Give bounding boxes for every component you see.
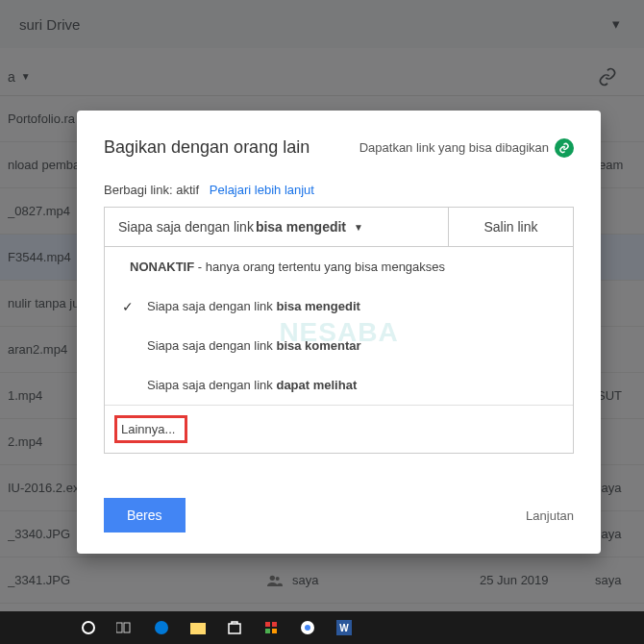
svg-rect-10 [190, 623, 206, 634]
taskbar-explorer-icon[interactable] [188, 618, 208, 637]
taskbar-icon[interactable] [42, 618, 62, 637]
svg-rect-14 [265, 629, 270, 633]
svg-rect-12 [265, 622, 270, 627]
permission-select[interactable]: Siapa saja dengan link bisa mengedit ▼ [105, 208, 448, 246]
taskbar-chrome-icon[interactable] [298, 618, 317, 637]
opt1-prefix: Siapa saja dengan link [147, 299, 276, 313]
triangle-down-icon: ▼ [354, 222, 363, 233]
taskbar-taskview-icon[interactable] [115, 618, 135, 637]
svg-point-9 [155, 621, 168, 634]
off-rest: - hanya orang tertentu yang bisa mengaks… [194, 260, 445, 274]
off-bold: NONAKTIF [130, 260, 194, 274]
opt3-prefix: Siapa saja dengan link [147, 378, 276, 392]
share-status-label: Berbagi link: aktif [104, 183, 199, 197]
dialog-title: Bagikan dengan orang lain [104, 137, 310, 158]
svg-text:W: W [339, 623, 349, 633]
perm-prefix: Siapa saja dengan link [118, 219, 254, 235]
taskbar-store-icon[interactable] [225, 618, 244, 637]
check-icon: ✓ [122, 299, 134, 314]
copy-link-button[interactable]: Salin link [448, 208, 573, 246]
dropdown-option-edit[interactable]: ✓ Siapa saja dengan link bisa mengedit [105, 286, 573, 326]
opt1-bold: bisa mengedit [276, 299, 359, 313]
done-button[interactable]: Beres [104, 498, 186, 533]
advanced-link[interactable]: Lanjutan [526, 508, 574, 523]
link-icon [555, 138, 574, 158]
taskbar: W [0, 611, 644, 644]
taskbar-word-icon[interactable]: W [334, 618, 354, 637]
opt2-bold: bisa komentar [276, 338, 360, 353]
dropdown-option-view[interactable]: Siapa saja dengan link dapat melihat [105, 365, 573, 405]
learn-more-link[interactable]: Pelajari lebih lanjut [210, 183, 314, 197]
svg-rect-11 [229, 624, 240, 633]
svg-rect-13 [272, 622, 277, 627]
taskbar-edge-icon[interactable] [152, 618, 171, 637]
more-highlight: Lainnya... [114, 415, 187, 443]
permission-bar: Siapa saja dengan link bisa mengedit ▼ S… [104, 207, 574, 247]
get-shareable-link[interactable]: Dapatkan link yang bisa dibagikan [359, 138, 574, 158]
dropdown-option-off[interactable]: NONAKTIF - hanya orang tertentu yang bis… [105, 247, 573, 286]
svg-point-17 [305, 625, 310, 631]
share-status: Berbagi link: aktif Pelajari lebih lanju… [104, 183, 574, 197]
opt2-prefix: Siapa saja dengan link [147, 338, 276, 353]
svg-rect-8 [124, 623, 130, 632]
get-link-label: Dapatkan link yang bisa dibagikan [359, 140, 549, 155]
dropdown-more[interactable]: Lainnya... [105, 406, 573, 453]
svg-rect-15 [272, 629, 277, 633]
svg-rect-7 [116, 623, 122, 632]
svg-point-6 [83, 622, 94, 633]
permission-dropdown: NONAKTIF - hanya orang tertentu yang bis… [104, 247, 574, 454]
opt3-bold: dapat melihat [276, 378, 357, 392]
taskbar-app-icon[interactable] [261, 618, 281, 637]
dropdown-option-comment[interactable]: Siapa saja dengan link bisa komentar [105, 326, 573, 365]
share-dialog: Bagikan dengan orang lain Dapatkan link … [77, 111, 601, 554]
taskbar-cortana-icon[interactable] [79, 618, 98, 637]
more-label: Lainnya... [121, 422, 175, 436]
perm-bold: bisa mengedit [256, 219, 346, 235]
